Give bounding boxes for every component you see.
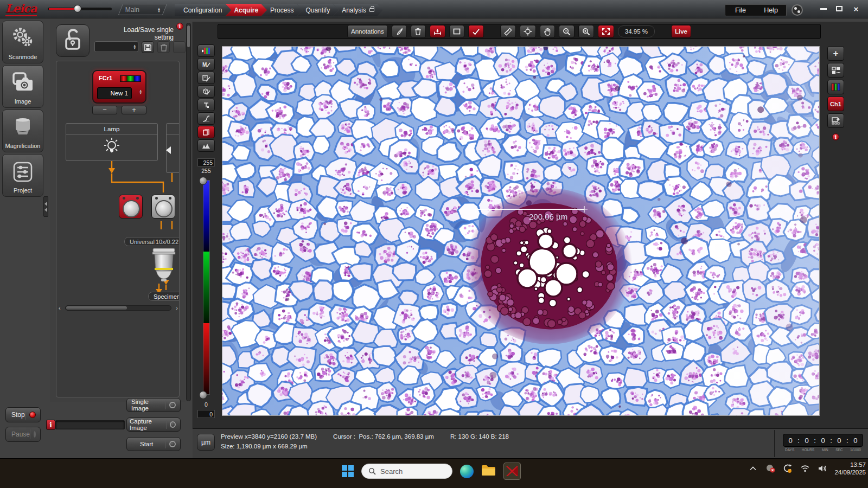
delete-annotation-button[interactable] — [411, 25, 426, 38]
zoom-out-button[interactable] — [559, 25, 575, 38]
channel-setting-select[interactable]: New 1 — [97, 87, 132, 99]
tab-analysis[interactable]: Analysis — [333, 4, 383, 16]
stack-display-button[interactable] — [197, 126, 215, 138]
slider-knob[interactable] — [74, 5, 81, 12]
viewer-info-icon[interactable]: i — [832, 133, 839, 140]
search-input[interactable]: Search — [361, 464, 452, 479]
sidebar-collapse-handle[interactable] — [43, 196, 48, 217]
measure-mode-button[interactable]: M — [197, 58, 215, 70]
channel-display-button[interactable] — [197, 44, 215, 57]
tray-sync-icon[interactable] — [782, 463, 793, 474]
sidebar-item-image[interactable]: Image — [2, 65, 43, 108]
maximize-button[interactable] — [833, 4, 846, 14]
rectangle-tool-button[interactable] — [449, 25, 464, 38]
image-canvas[interactable] — [222, 47, 819, 415]
h-scroll-track[interactable] — [65, 305, 171, 311]
scalebar-button[interactable] — [500, 25, 516, 38]
wifi-icon[interactable] — [800, 463, 810, 474]
menu-file[interactable]: File — [725, 5, 756, 16]
tiles-icon — [832, 67, 840, 74]
start-button[interactable] — [342, 465, 354, 477]
add-channel-button[interactable]: + — [122, 106, 146, 114]
sidebar-item-scanmode[interactable]: Scanmode — [2, 21, 43, 63]
stop-button[interactable]: Stop — [5, 407, 41, 422]
tray-expand-icon[interactable] — [748, 463, 758, 474]
export-view-button[interactable] — [827, 113, 844, 128]
tab-quantify[interactable]: Quantify — [297, 4, 339, 16]
image-size: Size: 1,190.09 µm x 669.29 µm — [221, 443, 308, 450]
add-view-button[interactable]: + — [827, 46, 844, 61]
lasx-app-icon[interactable] — [503, 463, 521, 480]
minimize-button[interactable] — [817, 4, 830, 14]
filter-cube-gray[interactable] — [151, 195, 175, 219]
remove-channel-button[interactable]: − — [92, 106, 117, 114]
unit-button[interactable]: µm — [197, 434, 215, 451]
apply-annotation-button[interactable] — [468, 25, 484, 38]
tray-alert-icon[interactable] — [765, 463, 776, 474]
select-tool-button[interactable] — [392, 25, 407, 38]
chevron-left-icon[interactable] — [166, 146, 171, 154]
edge-browser-icon[interactable] — [460, 465, 474, 478]
unlock-settings-button[interactable] — [56, 24, 90, 57]
image-frame — [222, 46, 820, 416]
histogram-button[interactable] — [197, 139, 215, 152]
sidebar-item-magnification[interactable]: Magnification — [2, 110, 43, 152]
tile-layout-button[interactable] — [827, 63, 844, 78]
beam-path-box: FCr1 New 1 ▴▾ − + Lamp — [56, 61, 180, 397]
intensity-slider[interactable] — [48, 8, 112, 10]
single-image-button[interactable]: Single Image — [126, 398, 181, 412]
start-button[interactable]: Start — [126, 437, 181, 451]
close-button[interactable]: × — [850, 4, 863, 14]
preset-select[interactable]: ▴▾ — [94, 41, 138, 52]
display-tools: M 255 255 — [197, 44, 215, 174]
volume-view-button[interactable] — [197, 85, 215, 98]
file-explorer-icon[interactable] — [481, 464, 496, 479]
tab-acquire[interactable]: Acquire — [225, 4, 267, 16]
lut-upper-knob[interactable] — [199, 177, 207, 185]
panel-v-scrollbar[interactable] — [186, 23, 191, 401]
delete-preset-button[interactable] — [157, 41, 170, 53]
h-scroll-handle[interactable] — [66, 306, 127, 310]
channel-block[interactable]: FCr1 New 1 ▴▾ — [92, 70, 146, 104]
tab-process[interactable]: Process — [261, 4, 302, 16]
volume-icon[interactable] — [817, 463, 828, 474]
live-button[interactable]: Live — [671, 25, 691, 38]
lut-max-field[interactable]: 255 — [197, 158, 215, 166]
save-preset-button[interactable] — [142, 41, 154, 53]
network-status-icon[interactable] — [792, 4, 803, 16]
extra-preset-button[interactable] — [173, 41, 186, 53]
menu-bar: File Help — [725, 4, 787, 16]
profile-select[interactable]: Main ▴▾ — [118, 4, 167, 15]
lut-min-field[interactable]: 0 — [197, 410, 215, 418]
text-annotation-button[interactable] — [197, 99, 215, 111]
annotations-button[interactable]: Annotations — [347, 25, 388, 38]
filter-box[interactable]: F — [166, 123, 180, 173]
panel-title: Load/Save single setting — [104, 26, 174, 41]
menu-help[interactable]: Help — [756, 5, 786, 16]
zoom-level-value[interactable]: 34.95 % — [618, 25, 655, 37]
sidebar-item-project[interactable]: Project — [2, 154, 43, 197]
rgb-overlay-button[interactable] — [827, 80, 844, 94]
capture-image-button[interactable]: Capture Image — [126, 418, 181, 432]
measure-tool-button[interactable] — [430, 25, 445, 38]
annotation-layer-button[interactable] — [197, 72, 215, 84]
fit-to-screen-button[interactable] — [598, 25, 614, 38]
lut-gradient[interactable] — [203, 180, 210, 395]
lut-lower-knob[interactable] — [199, 391, 207, 399]
objective-bar[interactable]: Universal 10x/0.22 — [124, 237, 180, 246]
center-view-button[interactable] — [520, 25, 536, 38]
clock[interactable]: 13:57 24/09/2025 — [834, 461, 866, 476]
v-scroll-handle[interactable] — [187, 25, 190, 47]
scroll-left-arrow[interactable]: ‹ — [59, 305, 65, 311]
pan-tool-button[interactable] — [540, 25, 555, 38]
lamp-box[interactable]: Lamp — [66, 123, 158, 161]
tab-configuration[interactable]: Configuration — [175, 4, 231, 16]
filter-cube-red[interactable] — [119, 195, 143, 219]
gamma-curve-button[interactable] — [197, 112, 215, 125]
scroll-right-arrow[interactable]: › — [171, 305, 178, 311]
acquisition-info-icon[interactable]: i — [46, 420, 55, 430]
pause-button[interactable]: Pause — [5, 427, 41, 442]
channel-1-button[interactable]: Ch1 — [827, 97, 844, 111]
info-icon[interactable]: i — [176, 23, 183, 30]
zoom-in-button[interactable] — [578, 25, 594, 38]
